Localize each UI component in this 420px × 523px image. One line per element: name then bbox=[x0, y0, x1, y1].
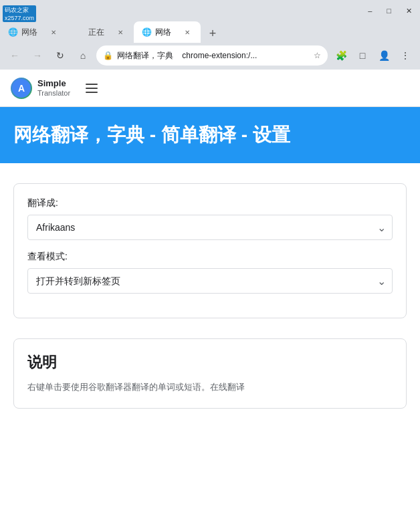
home-icon: ⌂ bbox=[80, 50, 86, 61]
info-section: 说明 右键单击要使用谷歌翻译器翻译的单词或短语。在线翻译 bbox=[0, 338, 420, 429]
extensions-button[interactable]: 🧩 bbox=[332, 46, 350, 65]
tab-2-close[interactable]: ✕ bbox=[115, 27, 126, 37]
window-controls: – □ ✕ bbox=[364, 5, 416, 17]
info-card-title: 说明 bbox=[27, 352, 393, 373]
close-button[interactable]: ✕ bbox=[402, 5, 416, 17]
browser-menu-button[interactable]: ⋮ bbox=[396, 46, 415, 65]
settings-section: 翻译成: Afrikaans Albanian Arabic Chinese (… bbox=[0, 163, 420, 338]
forward-icon: → bbox=[33, 50, 42, 61]
translator-logo-svg: A bbox=[12, 79, 31, 98]
watermark: 码农之家x2577.com bbox=[3, 5, 36, 22]
hamburger-line-3 bbox=[86, 92, 98, 93]
logo-text: Simple Translator bbox=[37, 78, 70, 98]
tab-1[interactable]: 🌐 网络 ✕ bbox=[0, 21, 67, 43]
lock-icon: 🔒 bbox=[103, 51, 113, 60]
browser-window: 码农之家x2577.com – □ ✕ 🌐 网络 ✕ 正在 ✕ 🌐 网络 ✕ + bbox=[0, 0, 420, 523]
view-mode-label: 查看模式: bbox=[27, 251, 393, 263]
tab-1-favicon: 🌐 bbox=[8, 27, 17, 37]
translate-to-select[interactable]: Afrikaans Albanian Arabic Chinese (Simpl… bbox=[27, 215, 393, 240]
window-icon: □ bbox=[360, 50, 365, 61]
puzzle-icon: 🧩 bbox=[336, 50, 347, 61]
hamburger-line-1 bbox=[86, 84, 98, 85]
translate-to-label: 翻译成: bbox=[27, 197, 393, 209]
tab-1-label: 网络 bbox=[21, 27, 44, 38]
settings-card: 翻译成: Afrikaans Albanian Arabic Chinese (… bbox=[13, 183, 407, 318]
hero-title: 网络翻译，字典 - 简单翻译 - 设置 bbox=[13, 123, 407, 147]
forward-button[interactable]: → bbox=[28, 46, 47, 65]
address-bar[interactable]: 🔒 网络翻译，字典 chrome-extension:/... ☆ bbox=[96, 45, 328, 66]
tab-3-label: 网络 bbox=[155, 27, 178, 38]
hero-section: 网络翻译，字典 - 简单翻译 - 设置 bbox=[0, 107, 420, 163]
tab-2-label: 正在 bbox=[88, 27, 111, 38]
tab-3[interactable]: 🌐 网络 ✕ bbox=[134, 21, 201, 43]
star-icon[interactable]: ☆ bbox=[314, 51, 321, 60]
tab-2-favicon bbox=[75, 27, 84, 37]
address-text: 网络翻译，字典 chrome-extension:/... bbox=[117, 50, 310, 62]
svg-text:A: A bbox=[18, 83, 25, 94]
info-card: 说明 右键单击要使用谷歌翻译器翻译的单词或短语。在线翻译 bbox=[13, 338, 407, 409]
kebab-menu-icon: ⋮ bbox=[401, 50, 410, 61]
maximize-page-button[interactable]: □ bbox=[353, 46, 372, 65]
view-mode-select-wrapper: 打开并转到新标签页 在当前标签页打开 弹出窗口 ⌄ bbox=[27, 268, 393, 294]
title-bar: – □ ✕ bbox=[0, 0, 420, 19]
address-bar-row: ← → ↻ ⌂ 🔒 网络翻译，字典 chrome-extension:/... … bbox=[0, 43, 420, 70]
home-button[interactable]: ⌂ bbox=[74, 46, 92, 65]
refresh-button[interactable]: ↻ bbox=[51, 46, 70, 65]
tab-1-close[interactable]: ✕ bbox=[48, 27, 59, 37]
translate-to-select-wrapper: Afrikaans Albanian Arabic Chinese (Simpl… bbox=[27, 215, 393, 240]
new-tab-button[interactable]: + bbox=[203, 24, 222, 43]
logo-subtitle: Translator bbox=[37, 89, 70, 98]
back-button[interactable]: ← bbox=[5, 46, 24, 65]
info-card-text: 右键单击要使用谷歌翻译器翻译的单词或短语。在线翻译 bbox=[27, 381, 393, 395]
page-content: A Simple Translator 网络翻译，字典 - 简单翻译 - 设置 bbox=[0, 70, 420, 523]
hamburger-line-2 bbox=[86, 88, 98, 89]
extension-logo: A Simple Translator bbox=[11, 78, 70, 99]
back-icon: ← bbox=[10, 50, 19, 61]
toolbar-icons: 🧩 □ 👤 ⋮ bbox=[332, 46, 415, 65]
tabs-row: 🌐 网络 ✕ 正在 ✕ 🌐 网络 ✕ + bbox=[0, 19, 420, 43]
profile-icon: 👤 bbox=[379, 50, 390, 61]
tab-3-close[interactable]: ✕ bbox=[182, 27, 193, 37]
maximize-button[interactable]: □ bbox=[383, 5, 395, 16]
extension-menu-button[interactable] bbox=[81, 78, 102, 99]
view-mode-group: 查看模式: 打开并转到新标签页 在当前标签页打开 弹出窗口 ⌄ bbox=[27, 251, 393, 294]
logo-icon: A bbox=[11, 78, 32, 99]
extension-header: A Simple Translator bbox=[0, 70, 420, 107]
minimize-button[interactable]: – bbox=[364, 5, 376, 16]
logo-title: Simple bbox=[37, 78, 70, 89]
hamburger-icon bbox=[86, 84, 98, 93]
tab-2[interactable]: 正在 ✕ bbox=[67, 21, 134, 43]
refresh-icon: ↻ bbox=[56, 50, 64, 61]
translate-to-group: 翻译成: Afrikaans Albanian Arabic Chinese (… bbox=[27, 197, 393, 240]
view-mode-select[interactable]: 打开并转到新标签页 在当前标签页打开 弹出窗口 bbox=[27, 268, 393, 294]
tab-3-favicon: 🌐 bbox=[142, 27, 151, 37]
profile-button[interactable]: 👤 bbox=[375, 46, 393, 65]
